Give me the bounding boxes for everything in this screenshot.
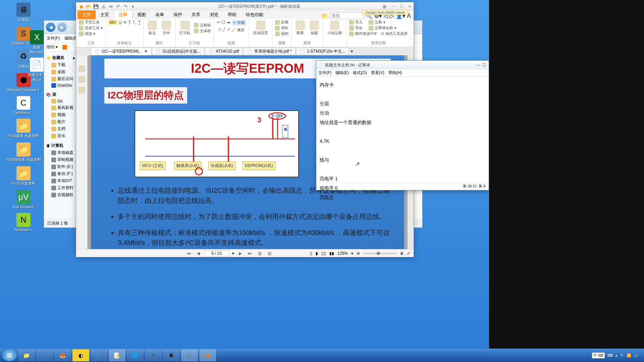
view-mode-icon[interactable]: ▦	[383, 4, 386, 9]
doc-tab[interactable]: 📄I2C—读写EEPROM(...✕	[91, 48, 151, 55]
keyboard-icon[interactable]: ⌨	[607, 353, 613, 358]
maximize-button[interactable]: ☐	[400, 4, 404, 9]
zoom-out[interactable]: ⊖	[357, 251, 360, 256]
task-powershell[interactable]: ⧉	[36, 349, 53, 361]
ime-indicator[interactable]: 中 ⌨	[592, 353, 605, 358]
sidebar-item[interactable]: 工作资料	[46, 184, 75, 191]
menu-format[interactable]: 格式(O)	[353, 70, 367, 76]
zoom-level[interactable]: 125%	[337, 251, 348, 256]
back-button[interactable]: ◀	[46, 22, 55, 32]
task-app[interactable]: ◐	[72, 349, 89, 361]
email-icon[interactable]: ✉	[108, 3, 114, 9]
first-page[interactable]: ⏮	[185, 251, 192, 256]
sidebar-item[interactable]: 图片	[46, 118, 75, 125]
minimize-button[interactable]: —	[391, 4, 395, 9]
rect-icon[interactable]: ▭	[217, 20, 220, 25]
undo-icon[interactable]: ↶	[115, 3, 121, 9]
sidebar-item[interactable]: 录制视频	[46, 156, 75, 163]
task-app[interactable]: 🌐	[127, 349, 144, 361]
strike-icon[interactable]: U	[124, 20, 126, 24]
tab-comment[interactable]: 注释	[114, 10, 132, 19]
export-button[interactable]: 导出	[349, 25, 363, 31]
organize-button[interactable]: 组织 ▾	[47, 44, 58, 50]
menu-file[interactable]: 文件(F)	[47, 36, 60, 41]
sidebar-item[interactable]: 本地GIT	[46, 177, 75, 184]
fullscreen-icon[interactable]: ⤢	[407, 251, 410, 256]
doc-tab[interactable]: 📄常用存储器介绍.pdf *	[244, 48, 296, 55]
sidebar-item[interactable]: 暴风影视	[46, 104, 75, 111]
file-button[interactable]: 文件	[160, 20, 172, 36]
desktop-icon[interactable]: CCamRecor...	[1, 96, 46, 115]
stamp-button[interactable]: 图章	[294, 20, 306, 36]
task-foxit[interactable]: ◉	[199, 349, 216, 361]
page-indicator[interactable]: 5 / 13	[205, 250, 229, 256]
save-icon[interactable]: 💾	[93, 3, 99, 9]
task-explorer[interactable]: 📁	[18, 349, 35, 361]
prev-page[interactable]: ◀	[196, 251, 201, 256]
textbox-button[interactable]: 文本框	[194, 28, 211, 34]
task-camtasia[interactable]: C	[181, 349, 198, 361]
notepad-textarea[interactable]: 内存卡 分层 分治 地址就是一个普通的数据 4.7K 线与 高电平 1 低电平 …	[316, 77, 489, 183]
menu-file[interactable]: 文件(F)	[318, 70, 331, 76]
zoom-tool[interactable]: 缩放 ▾	[79, 31, 95, 36]
sidebar-item[interactable]: 音乐	[46, 132, 75, 139]
sidebar-item[interactable]: 视频	[46, 111, 75, 118]
tab-file[interactable]: 文件	[77, 10, 96, 19]
view-facing[interactable]: ▯▯	[321, 251, 326, 256]
select-tool[interactable]: 选择工具 ▾	[79, 25, 103, 31]
find-folder-icon[interactable]: 📁	[321, 13, 328, 19]
doc-tab[interactable]: 📄i2c总线协议(中文版...	[152, 48, 204, 55]
next-page[interactable]: ▶	[237, 251, 243, 256]
page-dropdown[interactable]: ▾	[232, 251, 234, 256]
attachment-icon[interactable]	[78, 87, 85, 94]
comment-button[interactable]: 注释 ▾	[369, 20, 385, 25]
sidebar-item[interactable]: 软件 (E:)	[46, 163, 75, 170]
tab-home[interactable]: 主页	[96, 10, 114, 19]
layout-icon[interactable]: ▥	[257, 251, 263, 256]
tab-dropdown[interactable]: ▾	[351, 49, 353, 54]
sidebar-item[interactable]: 音视频软	[46, 191, 75, 198]
cloud-icon[interactable]: ☁	[227, 20, 230, 25]
doc-tab[interactable]: 📄1-STM32F10x-中文...	[296, 48, 349, 55]
doc-tab[interactable]: 📄AT24C02.pdf	[205, 48, 243, 55]
menu-help[interactable]: 帮助(H)	[388, 70, 402, 76]
perimeter-tool[interactable]: 周长	[275, 25, 288, 31]
sidebar-item[interactable]: 下载	[46, 61, 75, 68]
tab-protect[interactable]: 保护	[169, 10, 187, 19]
tray-expand[interactable]: ▴	[615, 353, 618, 358]
volume-icon[interactable]: 🔊	[634, 353, 639, 358]
task-notepad[interactable]: 📝	[109, 349, 125, 361]
hand-tool[interactable]: 手型工具	[79, 20, 100, 25]
tab-view[interactable]: 视图	[132, 10, 151, 19]
redo-icon[interactable]: ↷	[122, 3, 128, 9]
forward-button[interactable]: ▶	[57, 22, 67, 32]
oval-icon[interactable]: ◯	[221, 20, 225, 25]
pencil-button[interactable]: ✏铅笔	[232, 20, 246, 25]
menu-edit[interactable]: 编辑(E)	[335, 70, 349, 76]
sidebar-item[interactable]: Git	[46, 98, 75, 104]
libraries-head[interactable]: 📚 库	[46, 91, 75, 98]
view-single[interactable]: ▯	[310, 251, 312, 256]
desktop-icon[interactable]: μVKeil uVision5	[1, 190, 46, 209]
popup-button[interactable]: 注释弹出框 ▾	[369, 25, 396, 31]
desktop-icon[interactable]: 📁F429-光盘资料	[1, 166, 46, 186]
close-tab-icon[interactable]: ✕	[144, 49, 148, 54]
polygon-icon[interactable]: ⬠	[218, 27, 222, 33]
highlight-icon[interactable]: abc	[108, 20, 117, 24]
minimize-button[interactable]: —	[476, 63, 480, 67]
sidebar-item[interactable]: 文档	[46, 125, 75, 132]
desktop-icon[interactable]: 📁F103指南者-光盘资料	[1, 142, 46, 162]
sidebar-item[interactable]: 桌面	[46, 68, 75, 75]
close-button[interactable]: ✕	[408, 4, 412, 9]
computer-head[interactable]: 🖥 计算机	[46, 142, 75, 149]
squiggle-icon[interactable]: T̰	[128, 20, 131, 24]
maximize-button[interactable]: ☐	[482, 63, 486, 67]
promo-badge[interactable]: Design form fields easily	[362, 10, 408, 15]
view-cont-facing[interactable]: ▮▮	[329, 251, 334, 256]
tab-form[interactable]: 表单	[151, 10, 169, 19]
sidebar-item[interactable]: 最近访问	[46, 75, 75, 82]
tab-share[interactable]: 共享	[187, 10, 205, 19]
sidebar-item[interactable]: 备份 (F:)	[46, 170, 75, 177]
find-input[interactable]	[330, 12, 364, 19]
action-icon[interactable]: 🏳	[620, 353, 624, 357]
